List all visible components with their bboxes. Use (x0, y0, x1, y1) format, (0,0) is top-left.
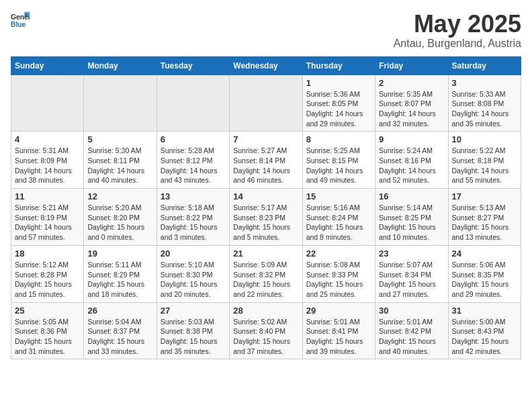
calendar-week-row: 25Sunrise: 5:05 AM Sunset: 8:36 PM Dayli… (11, 302, 521, 359)
day-number: 20 (161, 248, 226, 259)
day-number: 17 (452, 191, 517, 201)
day-info: Sunrise: 5:00 AM Sunset: 8:43 PM Dayligh… (452, 317, 517, 357)
calendar-cell: 2Sunrise: 5:35 AM Sunset: 8:07 PM Daylig… (375, 75, 448, 132)
logo: General Blue (11, 11, 30, 30)
day-info: Sunrise: 5:31 AM Sunset: 8:09 PM Dayligh… (15, 146, 80, 185)
calendar-cell: 11Sunrise: 5:21 AM Sunset: 8:19 PM Dayli… (11, 189, 84, 246)
calendar-cell: 7Sunrise: 5:27 AM Sunset: 8:14 PM Daylig… (230, 132, 302, 189)
day-info: Sunrise: 5:11 AM Sunset: 8:29 PM Dayligh… (87, 260, 152, 300)
day-info: Sunrise: 5:25 AM Sunset: 8:15 PM Dayligh… (306, 146, 371, 185)
calendar-cell: 21Sunrise: 5:09 AM Sunset: 8:32 PM Dayli… (230, 245, 302, 302)
calendar-cell (157, 75, 229, 132)
calendar-cell: 8Sunrise: 5:25 AM Sunset: 8:15 PM Daylig… (302, 132, 375, 189)
day-info: Sunrise: 5:16 AM Sunset: 8:24 PM Dayligh… (306, 203, 371, 242)
weekday-header: Monday (84, 56, 157, 75)
day-number: 6 (161, 134, 226, 144)
calendar-cell (11, 75, 84, 132)
calendar-cell: 30Sunrise: 5:01 AM Sunset: 8:42 PM Dayli… (375, 302, 448, 359)
page-header: General Blue May 2025 Antau, Burgenland,… (11, 11, 521, 50)
day-number: 29 (306, 306, 371, 316)
day-info: Sunrise: 5:14 AM Sunset: 8:25 PM Dayligh… (379, 203, 444, 242)
day-number: 13 (161, 191, 226, 201)
calendar-week-row: 1Sunrise: 5:36 AM Sunset: 8:05 PM Daylig… (11, 75, 521, 132)
day-number: 8 (306, 134, 371, 144)
calendar-week-row: 18Sunrise: 5:12 AM Sunset: 8:28 PM Dayli… (11, 245, 521, 302)
calendar-cell: 23Sunrise: 5:07 AM Sunset: 8:34 PM Dayli… (375, 245, 448, 302)
calendar-cell: 14Sunrise: 5:17 AM Sunset: 8:23 PM Dayli… (230, 189, 302, 246)
day-info: Sunrise: 5:24 AM Sunset: 8:16 PM Dayligh… (379, 146, 444, 185)
day-info: Sunrise: 5:28 AM Sunset: 8:12 PM Dayligh… (161, 146, 226, 185)
day-number: 16 (379, 191, 444, 201)
calendar-cell: 3Sunrise: 5:33 AM Sunset: 8:08 PM Daylig… (448, 75, 521, 132)
calendar-cell: 10Sunrise: 5:22 AM Sunset: 8:18 PM Dayli… (448, 132, 521, 189)
calendar-cell: 27Sunrise: 5:03 AM Sunset: 8:38 PM Dayli… (157, 302, 229, 359)
month-title: May 2025 (394, 11, 521, 38)
day-number: 1 (306, 78, 371, 88)
day-number: 15 (306, 191, 371, 201)
day-info: Sunrise: 5:10 AM Sunset: 8:30 PM Dayligh… (161, 260, 226, 300)
day-info: Sunrise: 5:01 AM Sunset: 8:41 PM Dayligh… (306, 317, 371, 357)
weekday-header: Sunday (11, 56, 84, 75)
calendar-cell: 24Sunrise: 5:06 AM Sunset: 8:35 PM Dayli… (448, 245, 521, 302)
day-info: Sunrise: 5:33 AM Sunset: 8:08 PM Dayligh… (452, 89, 517, 129)
weekday-header: Wednesday (230, 56, 302, 75)
calendar-cell: 5Sunrise: 5:30 AM Sunset: 8:11 PM Daylig… (84, 132, 157, 189)
weekday-header: Tuesday (157, 56, 229, 75)
day-number: 9 (379, 134, 444, 144)
calendar-cell (230, 75, 302, 132)
calendar-cell: 25Sunrise: 5:05 AM Sunset: 8:36 PM Dayli… (11, 302, 84, 359)
day-info: Sunrise: 5:04 AM Sunset: 8:37 PM Dayligh… (87, 317, 152, 357)
calendar-week-row: 11Sunrise: 5:21 AM Sunset: 8:19 PM Dayli… (11, 189, 521, 246)
day-info: Sunrise: 5:17 AM Sunset: 8:23 PM Dayligh… (233, 203, 298, 242)
day-number: 23 (379, 248, 444, 259)
day-number: 3 (452, 78, 517, 88)
calendar-cell: 15Sunrise: 5:16 AM Sunset: 8:24 PM Dayli… (302, 189, 375, 246)
calendar-table: SundayMondayTuesdayWednesdayThursdayFrid… (11, 56, 521, 360)
calendar-week-row: 4Sunrise: 5:31 AM Sunset: 8:09 PM Daylig… (11, 132, 521, 189)
calendar-cell: 19Sunrise: 5:11 AM Sunset: 8:29 PM Dayli… (84, 245, 157, 302)
day-info: Sunrise: 5:12 AM Sunset: 8:28 PM Dayligh… (15, 260, 80, 300)
day-number: 7 (233, 134, 298, 144)
calendar-cell: 31Sunrise: 5:00 AM Sunset: 8:43 PM Dayli… (448, 302, 521, 359)
weekday-header: Friday (375, 56, 448, 75)
day-number: 25 (15, 306, 80, 316)
calendar-cell: 17Sunrise: 5:13 AM Sunset: 8:27 PM Dayli… (448, 189, 521, 246)
calendar-cell: 18Sunrise: 5:12 AM Sunset: 8:28 PM Dayli… (11, 245, 84, 302)
day-info: Sunrise: 5:21 AM Sunset: 8:19 PM Dayligh… (15, 203, 80, 242)
calendar-cell: 4Sunrise: 5:31 AM Sunset: 8:09 PM Daylig… (11, 132, 84, 189)
day-number: 27 (161, 306, 226, 316)
day-number: 21 (233, 248, 298, 259)
calendar-cell: 28Sunrise: 5:02 AM Sunset: 8:40 PM Dayli… (230, 302, 302, 359)
day-info: Sunrise: 5:13 AM Sunset: 8:27 PM Dayligh… (452, 203, 517, 242)
day-info: Sunrise: 5:08 AM Sunset: 8:33 PM Dayligh… (306, 260, 371, 300)
calendar-cell: 12Sunrise: 5:20 AM Sunset: 8:20 PM Dayli… (84, 189, 157, 246)
day-info: Sunrise: 5:27 AM Sunset: 8:14 PM Dayligh… (233, 146, 298, 185)
weekday-header: Thursday (302, 56, 375, 75)
calendar-cell: 26Sunrise: 5:04 AM Sunset: 8:37 PM Dayli… (84, 302, 157, 359)
day-info: Sunrise: 5:06 AM Sunset: 8:35 PM Dayligh… (452, 260, 517, 300)
day-number: 12 (87, 191, 152, 201)
day-number: 5 (87, 134, 152, 144)
title-area: May 2025 Antau, Burgenland, Austria (394, 11, 521, 50)
calendar-cell: 9Sunrise: 5:24 AM Sunset: 8:16 PM Daylig… (375, 132, 448, 189)
day-info: Sunrise: 5:22 AM Sunset: 8:18 PM Dayligh… (452, 146, 517, 185)
day-number: 30 (379, 306, 444, 316)
day-number: 26 (87, 306, 152, 316)
logo-icon: General Blue (11, 11, 30, 30)
day-number: 31 (452, 306, 517, 316)
day-number: 4 (15, 134, 80, 144)
location-title: Antau, Burgenland, Austria (394, 38, 521, 50)
day-info: Sunrise: 5:01 AM Sunset: 8:42 PM Dayligh… (379, 317, 444, 357)
calendar-cell: 1Sunrise: 5:36 AM Sunset: 8:05 PM Daylig… (302, 75, 375, 132)
calendar-cell: 22Sunrise: 5:08 AM Sunset: 8:33 PM Dayli… (302, 245, 375, 302)
day-number: 28 (233, 306, 298, 316)
day-number: 24 (452, 248, 517, 259)
day-info: Sunrise: 5:20 AM Sunset: 8:20 PM Dayligh… (87, 203, 152, 242)
day-info: Sunrise: 5:35 AM Sunset: 8:07 PM Dayligh… (379, 89, 444, 129)
svg-text:Blue: Blue (11, 21, 26, 28)
day-number: 18 (15, 248, 80, 259)
calendar-cell: 20Sunrise: 5:10 AM Sunset: 8:30 PM Dayli… (157, 245, 229, 302)
day-info: Sunrise: 5:07 AM Sunset: 8:34 PM Dayligh… (379, 260, 444, 300)
calendar-cell: 6Sunrise: 5:28 AM Sunset: 8:12 PM Daylig… (157, 132, 229, 189)
weekday-header-row: SundayMondayTuesdayWednesdayThursdayFrid… (11, 56, 521, 75)
